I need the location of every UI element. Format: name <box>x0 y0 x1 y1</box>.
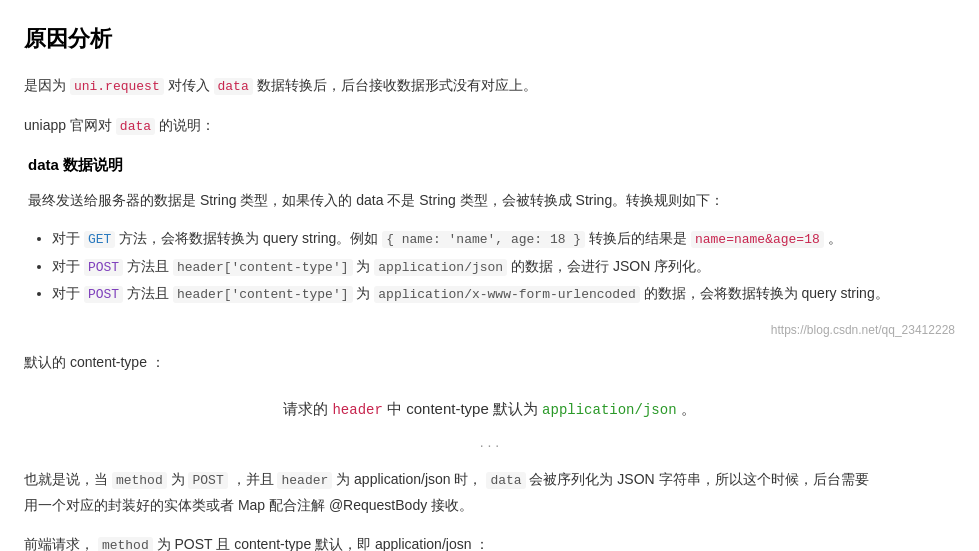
center-block: 请求的 header 中 content-type 默认为 applicatio… <box>24 394 955 424</box>
paragraph-3: 也就是说，当 method 为 POST ，并且 header 为 applic… <box>24 467 955 518</box>
paragraph-2: uniapp 官网对 data 的说明： <box>24 113 955 138</box>
p3-middle2: ，并且 <box>232 471 278 487</box>
p2-suffix: 的说明： <box>159 117 215 133</box>
p2-prefix: uniapp 官网对 <box>24 117 112 133</box>
b1-code1: GET <box>84 231 115 248</box>
center-header-code: header <box>332 402 382 418</box>
b2-code1: POST <box>84 259 123 276</box>
b3-middle1: 方法且 <box>127 285 173 301</box>
b3-code1: POST <box>84 286 123 303</box>
p2-code1: data <box>116 118 155 135</box>
b3-middle3: 的数据，会将数据转换为 query string。 <box>644 285 889 301</box>
p3-code4: data <box>486 472 525 489</box>
p1-code2: data <box>214 78 253 95</box>
p3-suffix2: 用一个对应的封装好的实体类或者 Map 配合注解 @RequestBody 接收… <box>24 497 473 513</box>
b2-code3: application/json <box>374 259 507 276</box>
b1-suffix: 。 <box>828 230 842 246</box>
p3-code1: method <box>112 472 167 489</box>
paragraph-1: 是因为 uni.request 对传入 data 数据转换后，后台接收数据形式没… <box>24 73 955 98</box>
b2-middle1: 方法且 <box>127 258 173 274</box>
b2-prefix: 对于 <box>52 258 84 274</box>
page-title: 原因分析 <box>24 20 955 57</box>
center-prefix: 请求的 <box>283 400 328 417</box>
p4-prefix: 前端请求， <box>24 536 94 551</box>
b1-middle1: 方法，会将数据转换为 query string。例如 <box>119 230 382 246</box>
b1-middle2: 转换后的结果是 <box>589 230 691 246</box>
b3-code3: application/x-www-form-urlencoded <box>374 286 639 303</box>
center-appjson-code: application/json <box>542 402 676 418</box>
p3-suffix: 会被序列化为 JSON 字符串，所以这个时候，后台需要 <box>529 471 868 487</box>
data-description: 最终发送给服务器的数据是 String 类型，如果传入的 data 不是 Str… <box>24 188 955 213</box>
p1-suffix: 数据转换后，后台接收数据形式没有对应上。 <box>257 77 537 93</box>
watermark: https://blog.csdn.net/qq_23412228 <box>24 320 955 340</box>
p1-code1: uni.request <box>70 78 164 95</box>
b2-middle2: 为 <box>356 258 374 274</box>
center-suffix: 。 <box>681 400 696 417</box>
p3-middle1: 为 <box>171 471 189 487</box>
b1-code2: { name: 'name', age: 18 } <box>382 231 585 248</box>
bullet-item-1: 对于 GET 方法，会将数据转换为 query string。例如 { name… <box>52 225 955 253</box>
p3-code3: header <box>277 472 332 489</box>
paragraph-4: 前端请求， method 为 POST 且 content-type 默认，即 … <box>24 532 955 551</box>
b3-middle2: 为 <box>356 285 374 301</box>
p3-middle3: 为 application/json 时， <box>336 471 482 487</box>
b1-prefix: 对于 <box>52 230 84 246</box>
bullet-item-2: 对于 POST 方法且 header['content-type'] 为 app… <box>52 253 955 281</box>
p4-middle1: 为 POST 且 content-type 默认，即 application/j… <box>157 536 490 551</box>
default-content-type-label: 默认的 content-type ： <box>24 350 955 375</box>
data-subtitle: data 数据说明 <box>24 152 955 178</box>
p4-code1: method <box>98 537 153 551</box>
dots-separator: · · · <box>24 434 955 458</box>
b3-prefix: 对于 <box>52 285 84 301</box>
b2-code2: header['content-type'] <box>173 259 353 276</box>
b2-middle3: 的数据，会进行 JSON 序列化。 <box>511 258 710 274</box>
p3-prefix: 也就是说，当 <box>24 471 112 487</box>
b1-code3: name=name&age=18 <box>691 231 824 248</box>
p1-middle1: 对传入 <box>168 77 210 93</box>
data-section: data 数据说明 最终发送给服务器的数据是 String 类型，如果传入的 d… <box>24 152 955 308</box>
default-label-text: 默认的 content-type ： <box>24 354 165 370</box>
bullet-list: 对于 GET 方法，会将数据转换为 query string。例如 { name… <box>24 225 955 308</box>
bullet-item-3: 对于 POST 方法且 header['content-type'] 为 app… <box>52 280 955 308</box>
p1-prefix: 是因为 <box>24 77 66 93</box>
b3-code2: header['content-type'] <box>173 286 353 303</box>
center-middle: 中 content-type 默认为 <box>387 400 538 417</box>
p3-code2: POST <box>188 472 227 489</box>
